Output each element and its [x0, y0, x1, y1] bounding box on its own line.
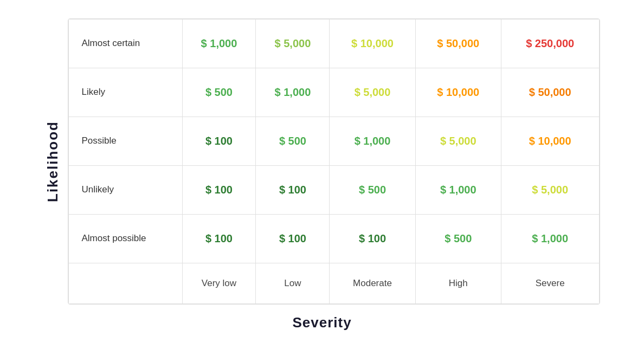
data-cell: $ 100 — [256, 165, 330, 214]
data-cell: $ 50,000 — [501, 68, 599, 117]
data-cell: $ 500 — [415, 214, 501, 263]
table-row: Likely$ 500$ 1,000$ 5,000$ 10,000$ 50,00… — [68, 68, 599, 117]
y-axis-label: Likelihood — [44, 121, 61, 202]
table-wrap: Almost certain$ 1,000$ 5,000$ 10,000$ 50… — [68, 18, 600, 305]
data-cell: $ 5,000 — [415, 117, 501, 165]
data-cell: $ 10,000 — [415, 68, 501, 117]
row-label: Unlikely — [68, 165, 182, 214]
data-cell: $ 250,000 — [501, 19, 599, 68]
matrix-container: Likelihood Almost certain$ 1,000$ 5,000$… — [44, 18, 600, 305]
data-cell: $ 100 — [182, 165, 256, 214]
column-label: Moderate — [330, 263, 415, 303]
column-label: High — [415, 263, 501, 303]
data-cell: $ 5,000 — [256, 19, 330, 68]
data-cell: $ 500 — [182, 68, 256, 117]
data-cell: $ 500 — [256, 117, 330, 165]
data-cell: $ 5,000 — [501, 165, 599, 214]
data-cell: $ 500 — [330, 165, 415, 214]
row-label: Possible — [68, 117, 182, 165]
data-cell: $ 100 — [256, 214, 330, 263]
data-cell: $ 1,000 — [182, 19, 256, 68]
data-cell: $ 100 — [330, 214, 415, 263]
data-cell: $ 10,000 — [501, 117, 599, 165]
data-cell: $ 100 — [182, 117, 256, 165]
data-cell: $ 100 — [182, 214, 256, 263]
x-axis-label: Severity — [292, 314, 351, 331]
column-label: Very low — [182, 263, 256, 303]
data-cell: $ 50,000 — [415, 19, 501, 68]
row-label: Almost certain — [68, 19, 182, 68]
column-label: Low — [256, 263, 330, 303]
row-label: Almost possible — [68, 214, 182, 263]
empty-corner — [68, 263, 182, 303]
chart-wrapper: Likelihood Almost certain$ 1,000$ 5,000$… — [34, 8, 611, 342]
table-row: Unlikely$ 100$ 100$ 500$ 1,000$ 5,000 — [68, 165, 599, 214]
data-cell: $ 1,000 — [415, 165, 501, 214]
data-cell: $ 1,000 — [501, 214, 599, 263]
table-row: Possible$ 100$ 500$ 1,000$ 5,000$ 10,000 — [68, 117, 599, 165]
data-cell: $ 1,000 — [330, 117, 415, 165]
row-label: Likely — [68, 68, 182, 117]
data-cell: $ 1,000 — [256, 68, 330, 117]
column-label-row: Very lowLowModerateHighSevere — [68, 263, 599, 303]
column-label: Severe — [501, 263, 599, 303]
risk-matrix-table: Almost certain$ 1,000$ 5,000$ 10,000$ 50… — [68, 19, 600, 304]
table-row: Almost possible$ 100$ 100$ 100$ 500$ 1,0… — [68, 214, 599, 263]
data-cell: $ 10,000 — [330, 19, 415, 68]
table-row: Almost certain$ 1,000$ 5,000$ 10,000$ 50… — [68, 19, 599, 68]
data-cell: $ 5,000 — [330, 68, 415, 117]
